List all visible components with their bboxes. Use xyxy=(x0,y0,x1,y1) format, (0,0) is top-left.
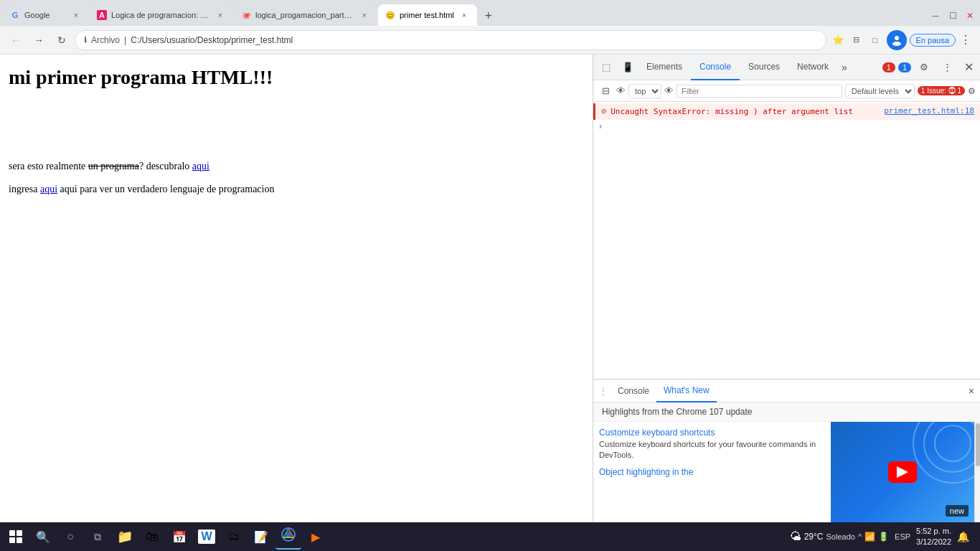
taskbar-app-store[interactable]: 🛍 xyxy=(139,524,165,550)
paragraph-1: sera esto realmente un programa? descubr… xyxy=(9,161,584,172)
taskbar-app-6[interactable]: 🗂 xyxy=(221,524,247,550)
console-top-select[interactable]: top xyxy=(628,84,661,98)
forward-button[interactable]: → xyxy=(29,30,49,50)
taskbar-app-word[interactable]: W xyxy=(194,524,220,550)
address-bar-right: ⭐ ⊟ □ En pausa ⋮ xyxy=(829,30,974,50)
paused-button[interactable]: En pausa xyxy=(910,34,956,47)
whatsnew-item-1: Customize keyboard shortcuts Customize k… xyxy=(599,428,825,461)
console-sidebar-toggle[interactable]: ⊟ xyxy=(598,83,613,99)
console-levels-select[interactable]: Default levels xyxy=(845,84,915,98)
clock-date: 3/12/2022 xyxy=(916,537,951,547)
tab-primer-close[interactable]: × xyxy=(458,9,470,21)
devtools-tabs: Elements Console Sources Network » xyxy=(638,55,882,80)
tab-logica1-favicon: A xyxy=(97,10,107,20)
console-eye-button[interactable]: 👁 xyxy=(616,85,626,96)
minimize-button[interactable]: ─ xyxy=(928,9,943,23)
whatsnew-item-1-title[interactable]: Customize keyboard shortcuts xyxy=(599,428,825,438)
taskbar-app-7[interactable]: 📝 xyxy=(248,524,274,550)
taskbar-cortana-button[interactable]: ○ xyxy=(57,524,83,550)
main-content: mi primer programa HTML!!! sera esto rea… xyxy=(0,55,980,522)
devtools-more-button[interactable]: ⋮ xyxy=(937,57,957,77)
battery-icon[interactable]: 🔋 xyxy=(878,532,889,542)
devtools-header-right: 1 1 ⚙ ⋮ ✕ xyxy=(882,57,977,77)
url-prefix: Archivo xyxy=(91,35,120,45)
tab-google-close[interactable]: × xyxy=(70,9,82,21)
tab-google-label: Google xyxy=(24,11,66,19)
console-error-icon: ⊘ xyxy=(601,106,606,116)
devtools-settings-button[interactable]: ⚙ xyxy=(914,57,934,77)
devtools-device-button[interactable]: 📱 xyxy=(618,57,638,77)
whatsnew-console-tab[interactable]: Console xyxy=(611,380,656,402)
whatsnew-tabs: Console What's New xyxy=(611,380,966,402)
console-arrow[interactable]: › xyxy=(593,120,980,133)
console-error-location[interactable]: primer_test.html:18 xyxy=(884,106,974,116)
taskbar-app-file-explorer[interactable]: 📁 xyxy=(112,524,138,550)
paragraph2-before: ingresa xyxy=(9,184,40,194)
paragraph1-strikethrough: un programa xyxy=(88,161,139,171)
devtools-tab-sources[interactable]: Sources xyxy=(740,55,788,80)
console-gear-icon[interactable]: ⚙ xyxy=(968,86,976,96)
taskbar-app-chrome[interactable] xyxy=(275,524,301,550)
wifi-icon[interactable]: 📶 xyxy=(864,532,875,542)
new-tab-button[interactable]: + xyxy=(478,6,499,26)
console-filter-input[interactable] xyxy=(677,85,842,98)
devtools-info-badge: 1 xyxy=(898,62,911,72)
tab-primer[interactable]: 😊 primer test.html × xyxy=(378,4,477,26)
tab-google[interactable]: G Google × xyxy=(3,4,89,26)
tab-logica2-close[interactable]: × xyxy=(359,9,370,21)
whatsnew-tab[interactable]: What's New xyxy=(656,380,717,402)
console-eye2[interactable]: 👁 xyxy=(664,85,674,96)
whatsnew-close-button[interactable]: × xyxy=(969,385,974,397)
taskbar-language[interactable]: ESP xyxy=(892,532,913,541)
tab-logica1-label: Logica de programacion: Primer... xyxy=(111,11,210,19)
system-tray-chevron[interactable]: ^ xyxy=(858,532,862,541)
close-window-button[interactable]: ✕ xyxy=(963,9,977,23)
tab-logica1-close[interactable]: × xyxy=(215,9,226,21)
bookmark-button[interactable]: ⭐ xyxy=(829,32,847,49)
weather-condition: Soleado xyxy=(826,532,855,541)
taskbar-right: 🌤 29°C Soleado ^ 📶 🔋 ESP 5:52 p. m. 3/12… xyxy=(790,526,977,548)
whatsnew-drag-handle[interactable]: ⋮ xyxy=(599,386,608,396)
paragraph2-link1[interactable]: aqui xyxy=(40,184,57,194)
tab-logica2[interactable]: 🐙 logica_progamacion_parte1/prim... × xyxy=(234,4,377,26)
paragraph1-plain: sera esto realmente xyxy=(9,161,88,171)
devtools-inspect-button[interactable]: ⬚ xyxy=(596,57,616,77)
devtools-panel: ⬚ 📱 Elements Console Sources Network » 1… xyxy=(593,55,980,522)
taskbar-system-icons: ^ 📶 🔋 xyxy=(858,532,889,542)
taskbar-taskview-button[interactable]: ⧉ xyxy=(85,524,110,550)
devtools-more-tabs[interactable]: » xyxy=(837,62,852,73)
screenshot-button[interactable]: □ xyxy=(867,32,884,49)
tab-logica1[interactable]: A Logica de programacion: Primer... × xyxy=(90,4,233,26)
tab-bar-controls: ─ ☐ ✕ xyxy=(928,9,977,26)
whatsnew-item-2-title[interactable]: Object highlighting in the xyxy=(599,467,825,477)
notification-button[interactable]: 🔔 xyxy=(954,528,971,545)
profile-button[interactable] xyxy=(887,30,907,50)
taskbar-app-calendar[interactable]: 📅 xyxy=(166,524,192,550)
devtools-header-left: ⬚ 📱 xyxy=(596,57,638,77)
maximize-button[interactable]: ☐ xyxy=(946,9,960,23)
page-heading: mi primer programa HTML!!! xyxy=(9,66,584,89)
reload-button[interactable]: ↻ xyxy=(52,30,72,50)
yt-new-badge: new xyxy=(946,505,969,517)
tab-logica2-label: logica_progamacion_parte1/prim... xyxy=(255,11,354,19)
taskbar-clock[interactable]: 5:52 p. m. 3/12/2022 xyxy=(916,526,951,548)
paragraph1-link[interactable]: aqui xyxy=(192,161,209,171)
devtools-tab-console[interactable]: Console xyxy=(691,55,740,80)
cast-button[interactable]: ⊟ xyxy=(848,32,865,49)
console-issues-badge: 1 Issue: ⓵ 1 xyxy=(918,86,965,95)
taskbar: 🔍 ○ ⧉ 📁 🛍 📅 W 🗂 📝 xyxy=(0,522,980,551)
address-bar: ← → ↻ ℹ Archivo | C:/Users/usuario/Deskt… xyxy=(0,26,980,55)
start-button[interactable] xyxy=(3,524,29,550)
whatsnew-scroll[interactable] xyxy=(974,422,980,522)
devtools-tab-network[interactable]: Network xyxy=(788,55,837,80)
taskbar-search-button[interactable]: 🔍 xyxy=(30,524,56,550)
taskbar-app-9[interactable]: ▶ xyxy=(303,524,329,550)
back-button[interactable]: ← xyxy=(6,30,26,50)
devtools-close-button[interactable]: ✕ xyxy=(960,59,977,76)
webpage: mi primer programa HTML!!! sera esto rea… xyxy=(0,55,593,522)
devtools-tab-elements[interactable]: Elements xyxy=(638,55,691,80)
chrome-menu-button[interactable]: ⋮ xyxy=(957,33,974,47)
whatsnew-video-thumbnail[interactable]: new xyxy=(831,422,974,522)
url-bar[interactable]: ℹ Archivo | C:/Users/usuario/Desktop/pri… xyxy=(75,30,826,50)
taskbar-weather[interactable]: 🌤 29°C Soleado xyxy=(790,530,855,543)
